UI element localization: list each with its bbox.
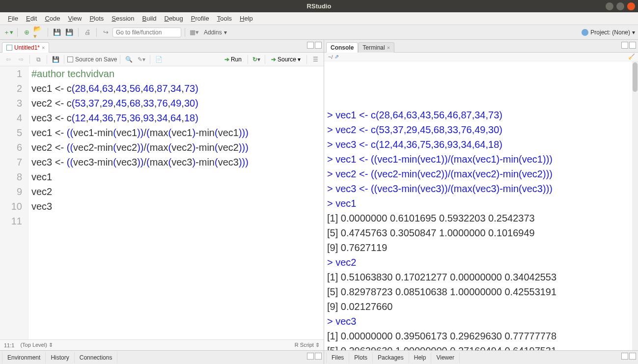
close-tab-icon[interactable]: × [387, 45, 390, 51]
menu-tools[interactable]: Tools [213, 13, 236, 24]
main-toolbar: ＋▾ ⊕ 📂▾ 💾 💾 🖨 ↪ ▦▾ Addins ▾ Project: (No… [0, 25, 638, 40]
tab-viewer[interactable]: Viewer [431, 352, 459, 363]
menu-session[interactable]: Session [108, 13, 138, 24]
maximize-pane-icon[interactable] [315, 353, 322, 360]
minimize-pane-icon[interactable] [621, 353, 628, 360]
editor-status-bar: 11:1 (Top Level) ⇕ R Script ⇕ [0, 339, 324, 350]
console-body[interactable]: > vec1 <- c(28,64,63,43,56,46,87,34,73)>… [324, 61, 638, 350]
maximize-button[interactable] [616, 2, 624, 10]
minimize-pane-icon[interactable] [621, 42, 628, 49]
separator [185, 28, 185, 37]
main-area: Untitled1* × ⇦ ⇨ ⧉ 💾 Source on Save 🔍 ✎▾… [0, 40, 638, 364]
new-file-icon[interactable]: ＋▾ [3, 27, 14, 38]
run-button[interactable]: ➔Run [222, 55, 245, 64]
left-bottom-tabs: EnvironmentHistoryConnections [0, 350, 324, 364]
menu-view[interactable]: View [64, 13, 85, 24]
source-pane: Untitled1* × ⇦ ⇨ ⧉ 💾 Source on Save 🔍 ✎▾… [0, 40, 324, 364]
outline-icon[interactable]: ☰ [310, 54, 321, 65]
grid-icon[interactable]: ▦▾ [189, 27, 199, 38]
menu-help[interactable]: Help [236, 13, 257, 24]
console-tab-strip: Console Terminal × [324, 40, 638, 53]
addins-menu[interactable]: Addins ▾ [201, 29, 230, 36]
goto-dir-icon[interactable]: ⇗ [334, 54, 339, 60]
separator [17, 28, 18, 37]
separator [48, 28, 48, 37]
separator [64, 55, 64, 64]
tab-environment[interactable]: Environment [2, 352, 46, 363]
save-icon[interactable]: 💾 [50, 54, 61, 65]
back-icon[interactable]: ⇦ [3, 54, 14, 65]
console-pane: Console Terminal × ~/ ⇗ 🧹 > vec1 <- c(28… [324, 40, 638, 364]
pane-controls [307, 42, 322, 49]
editor-tab[interactable]: Untitled1* × [2, 42, 49, 53]
separator [120, 55, 120, 64]
source-on-save-checkbox[interactable] [67, 56, 73, 62]
menu-code[interactable]: Code [41, 13, 64, 24]
console-path-bar: ~/ ⇗ 🧹 [324, 53, 638, 61]
console-tab[interactable]: Console [326, 42, 358, 53]
pane-controls [621, 353, 636, 360]
menu-debug[interactable]: Debug [161, 13, 187, 24]
code-editor[interactable]: 1234567891011 #author techvidvanvec1 <- … [0, 66, 324, 339]
menu-build[interactable]: Build [139, 13, 161, 24]
window-controls [606, 2, 635, 10]
forward-icon[interactable]: ⇨ [16, 54, 27, 65]
tab-files[interactable]: Files [326, 352, 349, 363]
window-title: RStudio [307, 2, 332, 10]
minimize-pane-icon[interactable] [307, 42, 314, 49]
code-body[interactable]: #author techvidvanvec1 <- c(28,64,63,43,… [28, 66, 324, 339]
separator [29, 55, 30, 64]
line-gutter: 1234567891011 [0, 66, 28, 339]
console-tab-label: Console [331, 44, 354, 51]
tab-history[interactable]: History [46, 352, 74, 363]
minimize-pane-icon[interactable] [307, 353, 314, 360]
clear-console-icon[interactable]: 🧹 [628, 54, 635, 60]
minimize-button[interactable] [606, 2, 613, 10]
menu-edit[interactable]: Edit [22, 13, 41, 24]
separator [78, 28, 79, 37]
tab-packages[interactable]: Packages [373, 352, 409, 363]
project-label: Project: (None) [590, 29, 630, 36]
chevron-down-icon: ▾ [632, 29, 635, 36]
separator [47, 55, 47, 64]
separator [150, 55, 150, 64]
menu-plots[interactable]: Plots [85, 13, 108, 24]
print-icon[interactable]: 🖨 [82, 27, 93, 38]
terminal-tab-label: Terminal [362, 44, 385, 51]
open-file-icon[interactable]: 📂▾ [33, 27, 44, 38]
separator [248, 55, 248, 64]
maximize-pane-icon[interactable] [629, 42, 636, 49]
tab-connections[interactable]: Connections [75, 352, 118, 363]
rerun-icon[interactable]: ↻▾ [251, 54, 262, 65]
show-in-new-window-icon[interactable]: ⧉ [33, 54, 44, 65]
terminal-tab[interactable]: Terminal × [358, 42, 394, 53]
goto-icon[interactable]: ↪ [100, 27, 111, 38]
pane-controls [621, 42, 636, 49]
menu-profile[interactable]: Profile [187, 13, 213, 24]
source-button[interactable]: ➔Source ▾ [268, 55, 304, 64]
rscript-file-icon [6, 45, 12, 51]
scrollbar[interactable] [632, 61, 638, 350]
close-button[interactable] [627, 2, 635, 10]
new-project-icon[interactable]: ⊕ [21, 27, 32, 38]
compile-report-icon[interactable]: 📄 [153, 54, 164, 65]
run-arrow-icon: ➔ [224, 56, 229, 63]
save-icon[interactable]: 💾 [52, 27, 62, 38]
tab-help[interactable]: Help [409, 352, 432, 363]
scrollbar-thumb[interactable] [633, 62, 638, 92]
close-tab-icon[interactable]: × [42, 45, 45, 51]
maximize-pane-icon[interactable] [315, 42, 322, 49]
wand-icon[interactable]: ✎▾ [136, 54, 147, 65]
language-selector[interactable]: R Script ⇕ [295, 342, 320, 348]
find-icon[interactable]: 🔍 [123, 54, 134, 65]
project-selector[interactable]: Project: (None) ▾ [582, 29, 635, 36]
separator [265, 55, 265, 64]
scope-selector[interactable]: (Top Level) ⇕ [20, 342, 53, 348]
goto-file-input[interactable] [112, 28, 181, 37]
tab-plots[interactable]: Plots [349, 352, 373, 363]
menu-file[interactable]: File [4, 13, 22, 24]
separator [96, 28, 97, 37]
save-all-icon[interactable]: 💾 [64, 27, 75, 38]
maximize-pane-icon[interactable] [629, 353, 636, 360]
title-bar: RStudio [0, 0, 638, 12]
